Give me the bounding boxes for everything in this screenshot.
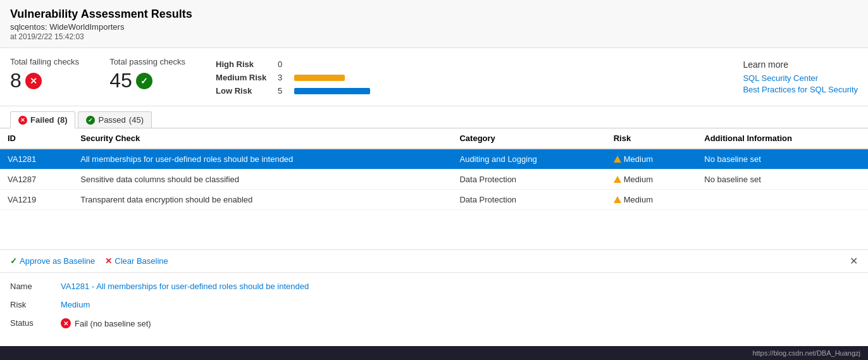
status-value-container: ✕ Fail (no baseline set) [61, 318, 858, 328]
row-risk: Medium [606, 149, 697, 170]
risk-triangle-icon [614, 196, 621, 203]
col-additional-info: Additional Information [697, 128, 868, 149]
detail-risk-value: Medium [61, 300, 858, 309]
approve-check-icon: ✓ [10, 256, 17, 266]
col-risk: Risk [606, 128, 697, 149]
row-category: Auditing and Logging [452, 149, 605, 170]
failing-checks-block: Total failing checks 8 ✕ [10, 57, 79, 92]
low-risk-label: Low Risk [216, 86, 273, 96]
passed-tab-icon: ✓ [86, 116, 95, 125]
detail-name-key: Name [10, 282, 61, 291]
tab-passed[interactable]: ✓ Passed (45) [78, 111, 152, 128]
risk-triangle-icon [614, 176, 621, 183]
results-table: ID Security Check Category Risk Addition… [0, 128, 868, 210]
passed-tab-count: (45) [129, 115, 144, 125]
col-id: ID [0, 128, 73, 149]
row-check: Transparent data encryption should be en… [73, 190, 452, 210]
detail-risk-key: Risk [10, 300, 61, 309]
row-info [697, 190, 868, 210]
failing-number: 8 [10, 69, 22, 92]
high-risk-count: 0 [278, 59, 289, 69]
clear-x-icon: ✕ [105, 256, 112, 266]
table-row[interactable]: VA1219 Transparent data encryption shoul… [0, 190, 868, 210]
approve-baseline-button[interactable]: ✓ Approve as Baseline [10, 256, 95, 266]
row-info: No baseline set [697, 149, 868, 170]
failed-tab-icon: ✕ [18, 116, 27, 125]
failing-checks-label: Total failing checks [10, 57, 79, 66]
risk-badge: Medium [614, 195, 690, 204]
medium-risk-bar [294, 75, 345, 81]
row-id: VA1281 [0, 149, 73, 170]
detail-panel: Name VA1281 - All memberships for user-d… [0, 273, 868, 346]
actions-bar: ✓ Approve as Baseline ✕ Clear Baseline ✕ [0, 249, 868, 273]
passing-check-icon: ✓ [136, 73, 152, 89]
risk-text: Medium [624, 154, 653, 164]
high-risk-label: High Risk [216, 59, 273, 69]
footer-url: https://blog.csdn.net/DBA_Huangzj [752, 349, 860, 357]
row-category: Data Protection [452, 190, 605, 210]
medium-risk-row: Medium Risk 3 [216, 73, 370, 82]
row-info: No baseline set [697, 170, 868, 190]
risk-badge: Medium [614, 175, 690, 184]
learn-more-title: Learn more [743, 59, 858, 70]
risk-badge: Medium [614, 154, 690, 164]
sql-security-center-link[interactable]: SQL Security Center [743, 73, 858, 83]
passing-number: 45 [109, 69, 132, 92]
high-risk-row: High Risk 0 [216, 59, 370, 69]
table-row[interactable]: VA1287 Sensitive data columns should be … [0, 170, 868, 190]
failed-tab-count: (8) [58, 115, 68, 125]
failed-tab-label: Failed [30, 115, 54, 125]
passed-tab-label: Passed [98, 115, 125, 125]
detail-name-value: VA1281 - All memberships for user-define… [61, 282, 858, 291]
risk-text: Medium [624, 195, 653, 204]
failing-checks-value: 8 ✕ [10, 69, 79, 92]
best-practices-link[interactable]: Best Practices for SQL Security [743, 85, 858, 94]
row-check: Sensitive data columns should be classif… [73, 170, 452, 190]
page-title: Vulnerability Assessment Results [10, 8, 858, 21]
learn-more-section: Learn more SQL Security Center Best Prac… [743, 57, 858, 96]
detail-risk-row: Risk Medium [10, 300, 858, 309]
col-category: Category [452, 128, 605, 149]
medium-risk-label: Medium Risk [216, 73, 273, 82]
close-button[interactable]: ✕ [850, 255, 858, 267]
table-row[interactable]: VA1281 All memberships for user-defined … [0, 149, 868, 170]
detail-status-row: Status ✕ Fail (no baseline set) [10, 318, 858, 328]
detail-name-row: Name VA1281 - All memberships for user-d… [10, 282, 858, 291]
col-security-check: Security Check [73, 128, 452, 149]
results-table-container: ID Security Check Category Risk Addition… [0, 128, 868, 249]
failing-x-icon: ✕ [25, 73, 42, 89]
header-subtitle: sqlcentos: WideWorldImporters [10, 22, 858, 32]
passing-checks-block: Total passing checks 45 ✓ [109, 57, 185, 92]
detail-status-key: Status [10, 318, 61, 328]
page: Vulnerability Assessment Results sqlcent… [0, 0, 868, 360]
low-risk-count: 5 [278, 86, 289, 96]
row-check: All memberships for user-defined roles s… [73, 149, 452, 170]
medium-risk-count: 3 [278, 73, 289, 82]
approve-label: Approve as Baseline [20, 256, 95, 266]
risk-table: High Risk 0 Medium Risk 3 Low Risk 5 [216, 57, 370, 99]
status-text: Fail (no baseline set) [75, 319, 151, 328]
detail-status-value: ✕ Fail (no baseline set) [61, 318, 858, 328]
risk-triangle-icon [614, 156, 621, 163]
tabs-bar: ✕ Failed (8) ✓ Passed (45) [0, 106, 868, 128]
clear-baseline-button[interactable]: ✕ Clear Baseline [105, 256, 168, 266]
row-risk: Medium [606, 190, 697, 210]
passing-checks-value: 45 ✓ [109, 69, 185, 92]
row-category: Data Protection [452, 170, 605, 190]
stats-bar: Total failing checks 8 ✕ Total passing c… [0, 48, 868, 106]
header-section: Vulnerability Assessment Results sqlcent… [0, 0, 868, 48]
low-risk-row: Low Risk 5 [216, 86, 370, 96]
clear-label: Clear Baseline [115, 256, 168, 266]
passing-checks-label: Total passing checks [109, 57, 185, 66]
status-fail-icon: ✕ [61, 318, 71, 328]
row-risk: Medium [606, 170, 697, 190]
risk-text: Medium [624, 175, 653, 184]
table-header-row: ID Security Check Category Risk Addition… [0, 128, 868, 149]
header-date: at 2019/2/22 15:42:03 [10, 32, 858, 41]
low-risk-bar [294, 88, 370, 94]
tab-failed[interactable]: ✕ Failed (8) [10, 111, 75, 128]
row-id: VA1287 [0, 170, 73, 190]
footer-bar: https://blog.csdn.net/DBA_Huangzj [0, 346, 868, 360]
row-id: VA1219 [0, 190, 73, 210]
